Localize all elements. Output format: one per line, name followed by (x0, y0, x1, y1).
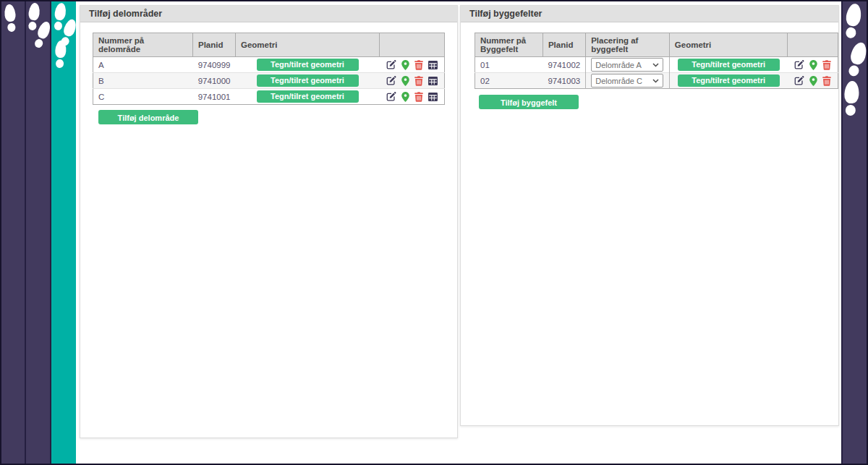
table-row: 01 9741002 Delområde A Tegn/tilret geome… (475, 57, 838, 73)
footprint-icon (846, 40, 867, 78)
col-header-geometri: Geometri (669, 33, 787, 57)
placering-select-value: Delområde C (595, 77, 642, 85)
table-icon[interactable] (428, 77, 438, 85)
col-header-actions (380, 33, 445, 57)
table-row: B 9741000 Tegn/tilret geometri (93, 73, 445, 89)
table-header-row: Nummer på delområde Planid Geometri (93, 33, 445, 57)
placering-select[interactable]: Delområde A (591, 58, 663, 72)
cell-nummer: A (93, 57, 193, 73)
map-marker-icon[interactable] (809, 76, 817, 86)
map-marker-icon[interactable] (809, 60, 817, 70)
geometry-button[interactable]: Tegn/tilret geometri (257, 90, 359, 103)
map-marker-icon[interactable] (401, 76, 409, 86)
byggefelter-panel: Tilføj byggefelter Nummer på Byggefelt P… (460, 5, 839, 426)
trash-icon[interactable] (414, 92, 423, 102)
panel-title-delomrader: Tilføj delområder (80, 6, 457, 22)
add-byggefelt-button[interactable]: Tilføj byggefelt (479, 95, 579, 109)
geometry-button[interactable]: Tegn/tilret geometri (678, 74, 780, 87)
geometry-button[interactable]: Tegn/tilret geometri (257, 74, 359, 87)
cell-planid: 9741002 (542, 57, 585, 73)
edit-icon[interactable] (386, 60, 396, 69)
table-row: A 9740999 Tegn/tilret geometri (93, 57, 445, 73)
decorative-stripe-teal (51, 1, 76, 464)
footprint-icon (27, 2, 41, 31)
table-icon[interactable] (428, 93, 438, 101)
table-row: C 9741001 Tegn/tilret geometri (93, 89, 445, 105)
trash-icon[interactable] (414, 76, 423, 86)
decorative-stripe-purple-1 (1, 1, 26, 464)
cell-planid: 9740999 (193, 57, 236, 73)
edit-icon[interactable] (386, 92, 396, 101)
viewport: Tilføj delområder Nummer på delområde Pl… (0, 0, 868, 465)
cell-planid: 9741000 (193, 73, 236, 89)
placering-select[interactable]: Delområde C (591, 74, 663, 88)
panel-title-byggefelter: Tilføj byggefelter (461, 6, 838, 22)
byggefelter-table: Nummer på Byggefelt Planid Placering af … (475, 33, 838, 89)
delomrader-table: Nummer på delområde Planid Geometri A 97… (93, 33, 445, 105)
footprint-icon (843, 3, 862, 40)
footprint-icon (54, 40, 67, 69)
geometry-button[interactable]: Tegn/tilret geometri (257, 59, 359, 71)
edit-icon[interactable] (794, 60, 804, 69)
placering-select-value: Delområde A (595, 61, 642, 69)
trash-icon[interactable] (822, 60, 831, 70)
map-marker-icon[interactable] (401, 60, 409, 70)
trash-icon[interactable] (414, 60, 423, 70)
table-row: 02 9741003 Delområde C Tegn/tilret geome… (475, 73, 838, 89)
decorative-stripe-purple-2 (26, 1, 51, 464)
cell-nummer: 02 (475, 73, 543, 89)
edit-icon[interactable] (386, 76, 396, 85)
col-header-geometri: Geometri (236, 33, 380, 57)
col-header-planid: Planid (542, 33, 585, 57)
chevron-down-icon (652, 63, 659, 67)
geometry-button[interactable]: Tegn/tilret geometri (678, 59, 780, 71)
col-header-nummer: Nummer på delområde (93, 33, 193, 57)
edit-icon[interactable] (794, 76, 804, 85)
map-marker-icon[interactable] (401, 92, 409, 102)
cell-nummer: B (93, 73, 193, 89)
col-header-planid: Planid (193, 33, 236, 57)
cell-planid: 9741003 (542, 73, 585, 89)
table-icon[interactable] (428, 61, 438, 69)
cell-nummer: C (93, 89, 193, 105)
cell-nummer: 01 (475, 57, 543, 73)
decorative-stripe-purple-right (841, 1, 867, 464)
col-header-placering: Placering af byggefelt (586, 33, 670, 57)
delomrader-panel: Tilføj delområder Nummer på delområde Pl… (80, 5, 458, 438)
footprint-icon (4, 4, 17, 32)
col-header-nummer: Nummer på Byggefelt (475, 33, 543, 57)
col-header-actions (788, 33, 838, 57)
cell-planid: 9741001 (193, 89, 236, 105)
table-header-row: Nummer på Byggefelt Planid Placering af … (475, 33, 838, 57)
chevron-down-icon (652, 79, 659, 83)
add-delomrade-button[interactable]: Tilføj delområde (98, 110, 198, 124)
footprint-icon (843, 80, 859, 116)
trash-icon[interactable] (822, 76, 831, 86)
